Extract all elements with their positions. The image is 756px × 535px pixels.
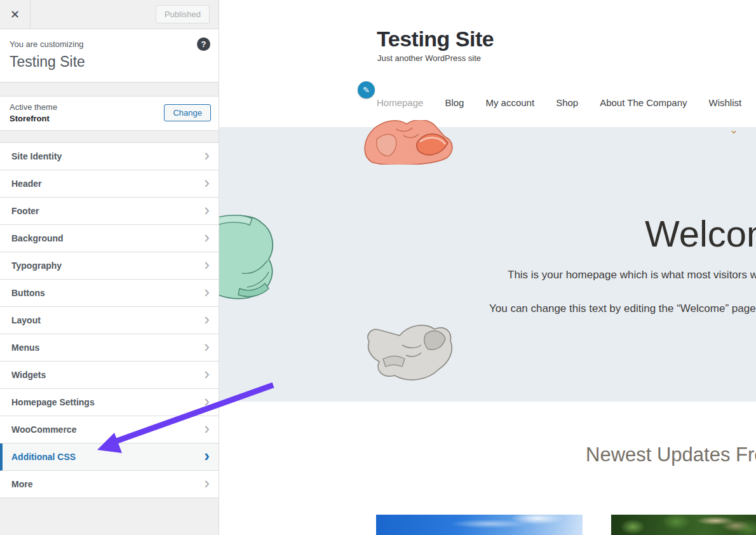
nav-item-wishlist[interactable]: Wishlist [708,97,741,108]
coral-jacket-illustration [358,120,466,165]
close-icon: ✕ [10,8,20,22]
chevron-right-icon: › [204,282,210,302]
nav-item-about-the-company[interactable]: About The Company [600,97,687,108]
chevron-right-icon: › [204,446,210,466]
sidebar-item-more[interactable]: More › [0,471,219,498]
sidebar-item-site-identity[interactable]: Site Identity › [0,143,219,170]
nav-item-my-account[interactable]: My account [485,97,534,108]
sidebar-item-footer[interactable]: Footer › [0,198,219,225]
nav-item-homepage[interactable]: Homepage [377,97,423,108]
hero-paragraph-1: This is your homepage which is what most… [508,269,756,281]
scroll-down-icon[interactable]: ⌄ [729,123,738,137]
sidebar-item-menus[interactable]: Menus › [0,334,219,362]
close-customizer-button[interactable]: ✕ [0,0,30,29]
customizer-menu: Site Identity › Header › Footer › Backgr… [0,143,219,498]
wordpress-customizer-screen: ✕ Published You are customizing Testing … [0,0,756,535]
active-theme-panel: Active theme Storefront Change [0,97,219,131]
chevron-right-icon: › [204,419,210,438]
sidebar-item-homepage-settings[interactable]: Homepage Settings › [0,389,219,416]
sidebar-item-header[interactable]: Header › [0,170,219,198]
chevron-right-icon: › [204,227,210,247]
chevron-right-icon: › [204,364,210,384]
nav-item-shop[interactable]: Shop [556,97,578,108]
chevron-right-icon: › [204,309,210,329]
preview-site-title[interactable]: Testing Site [377,27,494,51]
sidebar-item-background[interactable]: Background › [0,225,219,252]
sidebar-item-additional-css[interactable]: Additional CSS › [0,444,219,471]
chevron-right-icon: › [204,255,210,274]
customizer-sidebar: ✕ Published You are customizing Testing … [0,0,219,535]
preview-site-tagline: Just another WordPress site [377,53,481,63]
chevron-right-icon: › [204,473,210,493]
question-mark-glyph: ? [201,39,206,49]
edit-menu-shortcut-button[interactable]: ✎ [358,81,375,98]
gray-hoodie-illustration [364,320,456,391]
chevron-right-icon: › [204,200,210,220]
section-divider [0,83,219,97]
customizing-label: You are customizing [10,39,209,49]
sidebar-item-buttons[interactable]: Buttons › [0,280,219,307]
welcome-heading: Welcom [645,212,756,255]
preview-main-nav: Homepage Blog My account Shop About The … [377,97,741,108]
chevron-right-icon: › [204,173,210,193]
chevron-right-icon: › [204,391,210,411]
chevron-right-icon: › [204,337,210,356]
help-icon[interactable]: ? [197,37,210,51]
nav-item-blog[interactable]: Blog [445,97,464,108]
sidebar-item-typography[interactable]: Typography › [0,252,219,280]
hero-section: ⌄ Welcom This is your homepage which is … [219,127,756,402]
mint-sweater-illustration [219,212,285,302]
customizer-intro-panel: You are customizing Testing Site ? [0,29,219,83]
sidebar-item-widgets[interactable]: Widgets › [0,362,219,389]
pencil-icon: ✎ [363,85,370,95]
site-preview-pane: Testing Site Just another WordPress site… [219,0,756,535]
chevron-right-icon: › [204,146,210,165]
customized-site-name: Testing Site [10,53,209,71]
blog-post-trees-photo[interactable] [611,515,756,535]
blog-post-sky-photo[interactable] [376,515,583,535]
change-theme-button[interactable]: Change [164,104,211,121]
published-button[interactable]: Published [156,5,210,24]
hero-paragraph-2: You can change this text by editing the … [489,302,756,315]
newest-updates-heading: Newest Updates Fron [586,444,756,466]
section-divider [0,131,219,143]
sidebar-item-woocommerce[interactable]: WooCommerce › [0,416,219,444]
sidebar-item-layout[interactable]: Layout › [0,307,219,334]
customizer-topbar: ✕ Published [0,0,219,29]
